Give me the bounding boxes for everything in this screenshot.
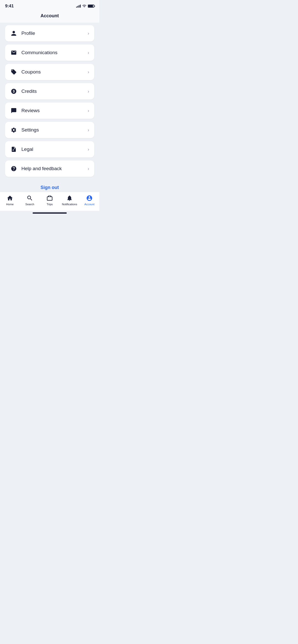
nav-notifications-label: Notifications	[62, 203, 77, 206]
nav-search-label: Search	[25, 203, 34, 206]
tag-icon	[10, 68, 17, 76]
status-icons	[76, 4, 94, 8]
nav-account-label: Account	[84, 203, 94, 206]
coupons-label: Coupons	[21, 69, 41, 75]
settings-chevron: ›	[88, 127, 89, 133]
email-icon	[10, 49, 17, 56]
sign-out-button[interactable]: Sign out	[40, 185, 59, 190]
help-label: Help and feedback	[21, 166, 62, 171]
signal-icon	[76, 5, 81, 8]
coupons-chevron: ›	[88, 69, 89, 75]
nav-item-home[interactable]: Home	[2, 195, 18, 206]
legal-label: Legal	[21, 147, 33, 152]
battery-icon	[88, 5, 94, 8]
bottom-nav: Home Search Trips Notifications Account	[0, 192, 99, 211]
menu-item-reviews[interactable]: Reviews ›	[5, 103, 94, 119]
nav-item-notifications[interactable]: Notifications	[62, 195, 77, 206]
chat-icon	[10, 107, 17, 114]
credits-chevron: ›	[88, 89, 89, 94]
nav-item-account[interactable]: Account	[82, 195, 97, 206]
person-icon	[10, 30, 17, 37]
help-chevron: ›	[88, 166, 89, 171]
reviews-chevron: ›	[88, 108, 89, 113]
nav-item-trips[interactable]: Trips	[42, 195, 57, 206]
account-icon	[86, 195, 93, 202]
nav-home-label: Home	[6, 203, 13, 206]
page-title: Account	[0, 11, 99, 23]
profile-label: Profile	[21, 31, 35, 36]
nav-trips-label: Trips	[47, 203, 53, 206]
bell-icon	[66, 195, 73, 202]
status-bar: 9:41	[0, 0, 99, 11]
communications-label: Communications	[21, 50, 58, 55]
sign-out-container: Sign out	[5, 180, 94, 192]
nav-item-search[interactable]: Search	[22, 195, 37, 206]
gear-icon	[10, 126, 17, 134]
wifi-icon	[82, 4, 86, 8]
menu-item-help[interactable]: Help and feedback ›	[5, 160, 94, 177]
settings-label: Settings	[21, 127, 39, 133]
menu-item-legal[interactable]: Legal ›	[5, 141, 94, 157]
help-icon	[10, 165, 17, 172]
credits-label: Credits	[21, 89, 37, 94]
search-icon	[26, 195, 33, 202]
menu-item-settings[interactable]: Settings ›	[5, 122, 94, 138]
status-time: 9:41	[5, 4, 14, 9]
profile-chevron: ›	[88, 31, 89, 36]
home-icon	[6, 195, 13, 202]
communications-chevron: ›	[88, 50, 89, 55]
menu-item-coupons[interactable]: Coupons ›	[5, 64, 94, 80]
menu-item-credits[interactable]: Credits ›	[5, 83, 94, 99]
legal-icon	[10, 146, 17, 153]
menu-item-profile[interactable]: Profile ›	[5, 25, 94, 41]
menu-container: Profile › Communications › Coupons › Cre…	[0, 23, 99, 192]
svg-point-0	[84, 7, 85, 7]
reviews-label: Reviews	[21, 108, 40, 113]
dollar-icon	[10, 88, 17, 95]
legal-chevron: ›	[88, 147, 89, 152]
home-indicator	[33, 212, 67, 214]
menu-item-communications[interactable]: Communications ›	[5, 45, 94, 61]
trips-icon	[46, 195, 53, 202]
